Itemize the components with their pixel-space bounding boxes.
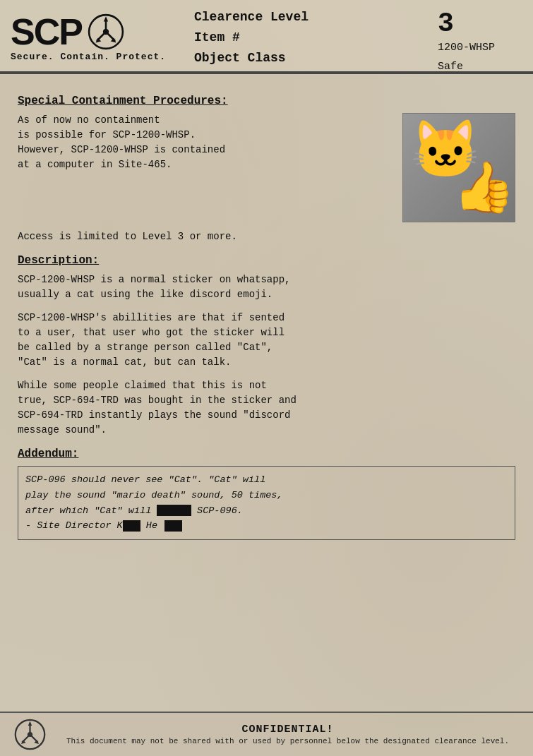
document-header: SCP Secure. Conta (0, 0, 533, 73)
description-p1: SCP-1200-WHSP is a normal sticker on wha… (18, 272, 515, 302)
item-label: Item # (194, 28, 309, 48)
containment-text: As of now no containment is possible for… (18, 113, 392, 222)
redacted-name2 (164, 520, 182, 532)
thumbsup-emoji: 👍 (453, 158, 515, 219)
header-values: 3 1200-WHSP Safe (438, 11, 495, 75)
containment-body: As of now no containment is possible for… (18, 114, 225, 170)
scp-logo: SCP Secure. Conta (11, 13, 180, 62)
addendum-title: Addendum: (18, 448, 515, 460)
description-p2: SCP-1200-WHSP's abillities are that if s… (18, 311, 515, 370)
footer-confidential: CONFIDENTIAL! (241, 724, 333, 736)
addendum-part1: SCP-096 should never see "Cat". "Cat" wi… (25, 474, 283, 531)
item-value: 1200-WHSP (438, 40, 495, 56)
clearance-label: Clearence Level (194, 7, 309, 28)
footer-disclaimer: This document may not be shared with or … (66, 737, 509, 745)
svg-marker-1 (104, 16, 108, 21)
description-title: Description: (18, 254, 515, 267)
containment-title: Special Containment Procedures: (18, 95, 515, 107)
header-labels: Clearence Level Item # Object Class (194, 7, 309, 68)
cat-image: 🐱 👍 (403, 113, 515, 222)
redacted-name1 (123, 520, 140, 532)
document-footer: CONFIDENTIAL! This document may not be s… (0, 712, 533, 756)
description-p3: While some people claimed that this is n… (18, 378, 515, 438)
object-class-value: Safe (438, 59, 495, 76)
addendum-text: SCP-096 should never see "Cat". "Cat" wi… (25, 472, 508, 533)
scp-tagline: Secure. Contain. Protect. (11, 52, 166, 62)
footer-text: CONFIDENTIAL! This document may not be s… (56, 724, 519, 745)
scp-letters-text: SCP (11, 13, 82, 50)
containment-block: As of now no containment is possible for… (18, 113, 515, 222)
svg-point-4 (103, 29, 109, 35)
containment-image: 🐱 👍 (402, 113, 515, 222)
svg-marker-6 (28, 721, 32, 726)
clearance-value: 3 (438, 11, 495, 37)
object-class-label: Object Class (194, 48, 309, 68)
access-text: Access is limited to Level 3 or more. (18, 229, 515, 244)
scp-circle-icon (88, 13, 124, 50)
redacted-action (157, 505, 191, 516)
svg-point-9 (28, 732, 32, 737)
main-content: Special Containment Procedures: As of no… (0, 74, 533, 712)
footer-scp-icon (14, 719, 46, 750)
addendum-box: SCP-096 should never see "Cat". "Cat" wi… (18, 466, 515, 539)
